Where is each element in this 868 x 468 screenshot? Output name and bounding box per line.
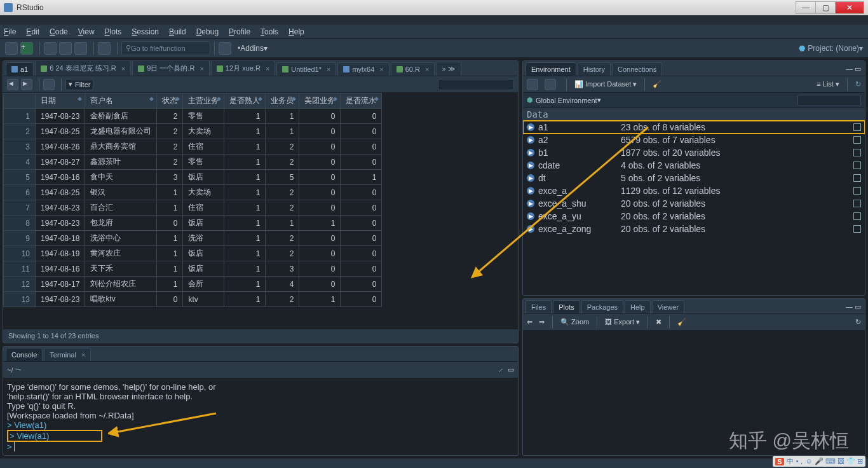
expand-icon[interactable]: ▶ bbox=[527, 162, 534, 169]
col-header[interactable]: 业务员◆ bbox=[266, 93, 299, 109]
table-row[interactable]: 41947-08-27鑫源茶叶2零售1200 bbox=[4, 155, 382, 170]
view-data-icon[interactable] bbox=[853, 162, 861, 169]
source-tab[interactable]: 12月 xue.R× bbox=[211, 61, 275, 76]
maximize-button[interactable]: ▢ bbox=[815, 1, 836, 14]
view-data-icon[interactable] bbox=[853, 149, 861, 156]
forward-button[interactable]: ► bbox=[21, 79, 32, 90]
console-path-icon[interactable]: ⤳ bbox=[15, 366, 21, 374]
go-to-file-input[interactable]: ⚲ Go to file/function bbox=[121, 41, 210, 55]
table-row[interactable]: 111947-08-16天下禾1饭店1300 bbox=[4, 261, 382, 277]
console-tab-console[interactable]: Console bbox=[6, 348, 43, 361]
data-search-input[interactable] bbox=[438, 79, 514, 90]
expand-icon[interactable]: ▶ bbox=[527, 174, 534, 182]
plots-tab-plots[interactable]: Plots bbox=[553, 300, 580, 313]
data-grid[interactable]: 日期◆商户名◆状态◆主营业务◆是否熟人◆业务员◆美团业务◆是否流水◆11947-… bbox=[3, 93, 518, 329]
plots-tab-help[interactable]: Help bbox=[625, 300, 651, 313]
view-data-icon[interactable] bbox=[853, 174, 861, 182]
load-workspace-button[interactable] bbox=[527, 79, 538, 90]
expand-icon[interactable]: ▶ bbox=[527, 123, 534, 131]
env-item[interactable]: ▶a123 obs. of 8 variables bbox=[523, 121, 865, 134]
menu-session[interactable]: Session bbox=[132, 27, 159, 36]
tabs-overflow[interactable]: » ≫ bbox=[436, 62, 461, 76]
expand-icon[interactable]: ▶ bbox=[527, 187, 534, 195]
col-header[interactable]: 是否熟人◆ bbox=[224, 93, 266, 109]
new-file-button[interactable] bbox=[5, 42, 18, 55]
table-row[interactable]: 131947-08-23唱歌ktv0ktv1210 bbox=[4, 292, 382, 307]
close-tab-icon[interactable]: × bbox=[327, 65, 330, 73]
env-item[interactable]: ▶cdate4 obs. of 2 variables bbox=[523, 159, 865, 172]
clear-console-button[interactable]: ⟋ bbox=[497, 366, 504, 374]
menu-tools[interactable]: Tools bbox=[261, 27, 278, 36]
close-tab-icon[interactable]: × bbox=[121, 65, 125, 72]
table-row[interactable]: 31947-08-26鼎大商务宾馆2住宿1200 bbox=[4, 139, 382, 155]
view-data-icon[interactable] bbox=[853, 123, 861, 131]
menu-profile[interactable]: Profile bbox=[229, 27, 250, 36]
source-tab[interactable]: 60.R× bbox=[391, 62, 435, 76]
table-row[interactable]: 11947-08-23金桥副食店2零售1100 bbox=[4, 109, 382, 124]
env-item[interactable]: ▶b11877 obs. of 20 variables bbox=[523, 146, 865, 159]
menu-edit[interactable]: Edit bbox=[26, 27, 39, 36]
expand-icon[interactable]: ▶ bbox=[527, 212, 534, 220]
minimize-pane-icon[interactable]: — bbox=[846, 65, 853, 72]
console-tab-terminal[interactable]: Terminal × bbox=[44, 348, 91, 361]
close-tab-icon[interactable]: × bbox=[81, 351, 85, 359]
plots-tab-packages[interactable]: Packages bbox=[581, 300, 623, 313]
env-search-input[interactable] bbox=[797, 95, 861, 106]
maximize-pane-icon[interactable]: ▭ bbox=[855, 65, 861, 72]
table-row[interactable]: 71947-08-23百合汇1住宿1200 bbox=[4, 200, 382, 216]
close-tab-icon[interactable]: × bbox=[266, 65, 269, 72]
expand-icon[interactable]: ▶ bbox=[527, 200, 534, 207]
save-button[interactable] bbox=[59, 42, 72, 55]
expand-icon[interactable]: ▶ bbox=[527, 149, 534, 156]
prev-plot-button[interactable]: ⇐ bbox=[527, 318, 532, 326]
print-button[interactable] bbox=[98, 42, 111, 55]
menu-build[interactable]: Build bbox=[169, 27, 186, 36]
col-header[interactable]: 状态◆ bbox=[157, 93, 183, 109]
env-tab-environment[interactable]: Environment bbox=[526, 62, 576, 76]
env-list-menu[interactable]: ≡ List ▾ bbox=[817, 80, 839, 88]
env-item[interactable]: ▶exce_a_zong20 obs. of 2 variables bbox=[523, 223, 865, 235]
env-tab-history[interactable]: History bbox=[578, 62, 611, 76]
view-data-icon[interactable] bbox=[853, 136, 861, 144]
env-item[interactable]: ▶a26579 obs. of 7 variables bbox=[523, 134, 865, 146]
new-project-button[interactable]: + bbox=[20, 42, 33, 55]
import-dataset-menu[interactable]: 📊 Import Dataset ▾ bbox=[574, 80, 637, 88]
menu-file[interactable]: File bbox=[4, 27, 16, 36]
view-data-icon[interactable] bbox=[853, 212, 861, 220]
filter-input[interactable]: ▾ Filter bbox=[65, 79, 93, 90]
table-row[interactable]: 101947-08-19黄河农庄1饭店1200 bbox=[4, 246, 382, 261]
close-button[interactable]: ✕ bbox=[835, 1, 864, 14]
save-workspace-button[interactable] bbox=[545, 79, 556, 90]
grid-icon[interactable] bbox=[219, 42, 231, 55]
zoom-button[interactable]: 🔍 Zoom bbox=[560, 318, 589, 326]
col-header[interactable]: 日期◆ bbox=[36, 93, 85, 109]
save-all-button[interactable] bbox=[74, 42, 87, 55]
plots-tab-files[interactable]: Files bbox=[526, 300, 552, 313]
next-plot-button[interactable]: ⇒ bbox=[539, 318, 545, 326]
menu-plots[interactable]: Plots bbox=[105, 27, 122, 36]
env-item[interactable]: ▶exce_a1129 obs. of 12 variables bbox=[523, 184, 865, 197]
view-data-icon[interactable] bbox=[853, 225, 861, 233]
table-row[interactable]: 51947-08-16食中天3饭店1501 bbox=[4, 170, 382, 185]
addins-menu[interactable]: • Addins ▾ bbox=[238, 44, 268, 53]
expand-icon[interactable]: ▶ bbox=[527, 225, 534, 233]
refresh-env-button[interactable]: ↻ bbox=[855, 80, 861, 88]
remove-plot-button[interactable]: ✖ bbox=[656, 318, 661, 326]
project-menu[interactable]: ⬣ Project: (None) ▾ bbox=[799, 44, 863, 53]
env-item[interactable]: ▶exce_a_shu20 obs. of 2 variables bbox=[523, 197, 865, 210]
env-tab-connections[interactable]: Connections bbox=[612, 62, 662, 76]
close-tab-icon[interactable]: × bbox=[200, 65, 203, 72]
source-tab[interactable]: 6 24 泰坦尼克 练习.R× bbox=[35, 61, 131, 76]
clear-env-button[interactable]: 🧹 bbox=[653, 80, 661, 88]
expand-icon[interactable]: ▶ bbox=[527, 136, 534, 144]
menu-help[interactable]: Help bbox=[288, 27, 304, 36]
col-header[interactable]: 商户名◆ bbox=[85, 93, 157, 109]
close-tab-icon[interactable]: × bbox=[425, 65, 429, 73]
minimize-pane-icon[interactable]: — bbox=[846, 303, 853, 310]
table-row[interactable]: 81947-08-23包龙府0饭店1110 bbox=[4, 216, 382, 231]
show-source-button[interactable] bbox=[43, 79, 55, 90]
env-item[interactable]: ▶exce_a_yu20 obs. of 2 variables bbox=[523, 210, 865, 223]
menu-view[interactable]: View bbox=[78, 27, 95, 36]
env-item[interactable]: ▶dt5 obs. of 2 variables bbox=[523, 172, 865, 184]
menu-debug[interactable]: Debug bbox=[196, 27, 219, 36]
